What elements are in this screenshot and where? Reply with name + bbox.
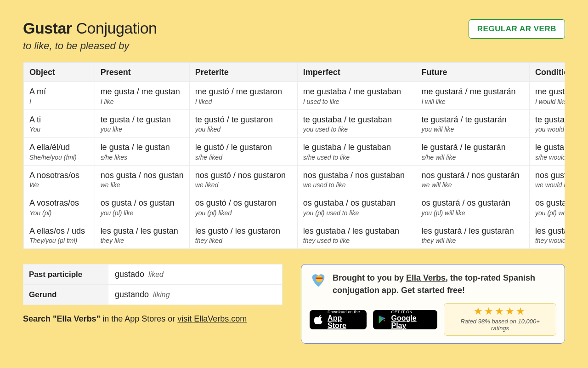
conjugation-cell: les gustaría / les gustaríanthey would l… [529,221,565,249]
rating-subtext: Rated 98% based on 10,000+ ratings [452,318,548,332]
promo-ellaverbs-link[interactable]: Ella Verbs [406,273,446,282]
apple-icon [314,315,324,325]
conjugation-cell: os gustará / os gustarányou (pl) will li… [416,193,529,221]
conjugation-cell: te gustaba / te gustabanyou used to like [297,109,416,138]
conjugation-cell: nos gustó / nos gustaronwe liked [189,165,297,193]
conjugation-cell: os gustó / os gustaronyou (pl) liked [189,193,297,221]
gerund-label: Gerund [23,285,108,305]
gerund-value: gustando liking [108,285,283,305]
conjugation-cell: me gustó / me gustaronI liked [189,82,297,110]
table-row: A tiYoute gusta / te gustanyou likete gu… [24,109,565,138]
verb-type-badge: REGULAR AR VERB [469,19,565,39]
conjugation-cell: te gustó / te gustaronyou liked [189,109,297,138]
conjugation-cell: os gustaría / os gustaríanyou (pl) would… [529,193,565,221]
verb-forms-table: Past participle gustado liked Gerund gus… [23,264,283,305]
conjugation-table: ObjectPresentPreteriteImperfectFutureCon… [23,63,565,249]
object-cell: A míI [24,82,95,110]
conjugation-cell: le gustó / le gustarons/he liked [189,138,297,166]
promo-box: Brought to you by Ella Verbs, the top-ra… [301,264,565,344]
conjugation-cell: me gustaba / me gustabanI used to like [297,82,416,110]
table-row: A vosotras/osYou (pl)os gusta / os gusta… [24,193,565,221]
conjugation-cell: os gusta / os gustanyou (pl) like [95,193,189,221]
table-row: A ella/él/udShe/he/you (fml)le gusta / l… [24,138,565,166]
search-blurb: Search "Ella Verbs" in the App Stores or… [23,314,283,324]
promo-text: Brought to you by Ella Verbs, the top-ra… [333,272,556,297]
conjugation-cell: te gustaría / te gustaríanyou would like [529,109,565,138]
conjugation-cell: te gusta / te gustanyou like [95,109,189,138]
table-row: A míIme gusta / me gustanI likeme gustó … [24,82,565,110]
conjugation-table-container: ObjectPresentPreteriteImperfectFutureCon… [23,62,565,249]
column-header: Future [416,63,529,82]
star-icons: ★★★★★ [452,306,548,316]
conjugation-cell: les gustaba / les gustabanthey used to l… [297,221,416,249]
page-title: Gustar Conjugation [23,19,157,37]
conjugation-cell: nos gustaría / nos gustaríanwe would lik… [529,165,565,193]
conjugation-cell: os gustaba / os gustabanyou (pl) used to… [297,193,416,221]
past-participle-label: Past participle [23,264,108,285]
svg-rect-1 [316,277,322,279]
conjugation-cell: le gustaba / le gustabans/he used to lik… [297,138,416,166]
rating-box: ★★★★★ Rated 98% based on 10,000+ ratings [444,303,556,336]
past-participle-value: gustado liked [108,264,283,285]
conjugation-cell: le gustaría / le gustaríans/he would lik… [529,138,565,166]
conjugation-cell: le gustará / le gustaráns/he will like [416,138,529,166]
conjugation-cell: le gusta / le gustans/he likes [95,138,189,166]
googleplay-badge[interactable]: GET IT ON Google Play [373,310,437,329]
conjugation-cell: les gustará / les gustaránthey will like [416,221,529,249]
column-header: Preterite [189,63,297,82]
object-cell: A tiYou [24,109,95,138]
column-header: Present [95,63,189,82]
object-cell: A nosotras/osWe [24,165,95,193]
google-play-icon [378,315,387,325]
object-cell: A ella/él/udShe/he/you (fml) [24,138,95,166]
column-header: Imperfect [297,63,416,82]
conjugation-cell: me gustará / me gustaránI will like [416,82,529,110]
conjugation-cell: nos gustará / nos gustaránwe will like [416,165,529,193]
verb-translation: to like, to be pleased by [23,40,157,52]
conjugation-cell: te gustará / te gustarányou will like [416,109,529,138]
ellaverbs-link[interactable]: visit EllaVerbs.com [177,314,247,323]
title-rest: Conjugation [76,19,157,37]
conjugation-cell: les gustó / les gustaronthey liked [189,221,297,249]
column-header: Conditional [529,63,565,82]
table-row: A ellas/os / udsThey/you (pl fml)les gus… [24,221,565,249]
object-cell: A ellas/os / udsThey/you (pl fml) [24,221,95,249]
table-row: A nosotras/osWenos gusta / nos gustanwe … [24,165,565,193]
conjugation-cell: nos gusta / nos gustanwe like [95,165,189,193]
appstore-badge[interactable]: Download on the App Store [310,310,367,329]
conjugation-cell: me gustaría / me gustaríanI would like [529,82,565,110]
conjugation-cell: les gusta / les gustanthey like [95,221,189,249]
verb-name: Gustar [23,19,72,37]
conjugation-cell: nos gustaba / nos gustabanwe used to lik… [297,165,416,193]
column-header: Object [24,63,95,82]
ellaverbs-logo-icon [310,272,327,289]
object-cell: A vosotras/osYou (pl) [24,193,95,221]
conjugation-cell: me gusta / me gustanI like [95,82,189,110]
